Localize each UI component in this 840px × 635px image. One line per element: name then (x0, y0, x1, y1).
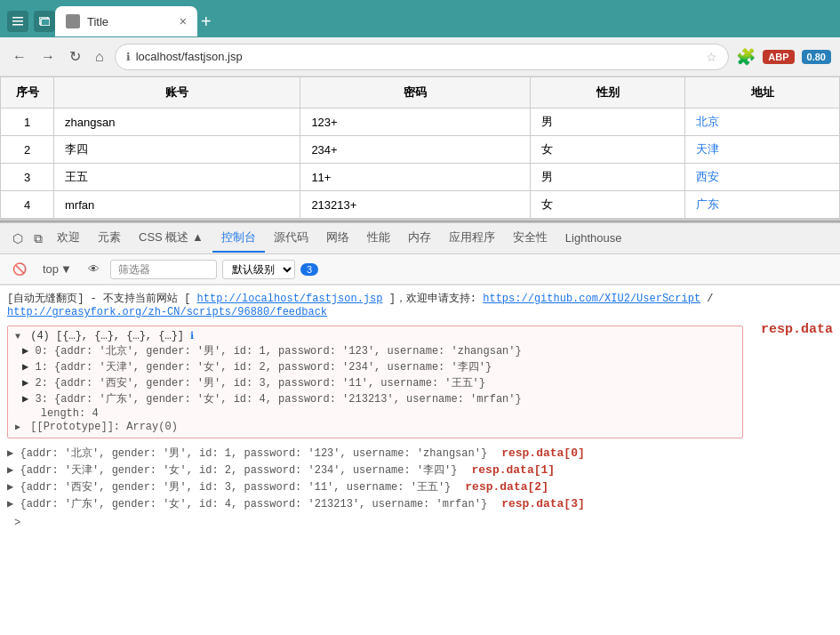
expand-arrow-2[interactable]: ▶ (22, 377, 28, 390)
devtools-responsive-btn[interactable]: ⧉ (28, 228, 48, 250)
cell-gender: 女 (531, 191, 685, 219)
table-header-row: 序号 账号 密码 性别 地址 (1, 77, 840, 109)
output-line-0: ▶ {addr: '北京', gender: '男', id: 1, passw… (7, 446, 833, 461)
col-header-username: 账号 (54, 77, 300, 109)
tab-favicon (66, 14, 80, 28)
array-items-container: ▶ 0: {addr: '北京', gender: '男', id: 1, pa… (15, 343, 735, 406)
tab-bar: Title × + (0, 0, 840, 37)
eye-btn[interactable]: 👁 (83, 261, 105, 277)
info-prefix: [自动无缝翻页] - 不支持当前网站 [ (7, 293, 197, 305)
cell-password: 11+ (300, 164, 531, 191)
message-count-badge: 3 (300, 263, 318, 276)
cell-id: 2 (1, 136, 54, 164)
cell-username: mrfan (54, 191, 300, 219)
output-code-0: ▶ {addr: '北京', gender: '男', id: 1, passw… (7, 446, 487, 461)
collapse-triangle[interactable]: ▼ (15, 332, 20, 342)
cell-gender: 女 (531, 136, 685, 164)
output-line-2: ▶ {addr: '西安', gender: '男', id: 3, passw… (7, 479, 833, 494)
expand-arrow-0[interactable]: ▶ (22, 345, 28, 358)
data-table-container: 序号 账号 密码 性别 地址 1 zhangsan 123+ 男 北京 2 李四… (0, 76, 840, 221)
ext-button[interactable]: 0.80 (802, 50, 831, 64)
resp-data-label: resp.data (761, 322, 833, 337)
devtool-tab-Lighthouse[interactable]: Lighthouse (556, 226, 631, 252)
browser-tab[interactable]: Title × (55, 6, 197, 36)
table-row: 3 王五 11+ 男 西安 (1, 164, 840, 191)
new-tab-btn[interactable]: + (201, 12, 212, 30)
output-lines-container: ▶ {addr: '北京', gender: '男', id: 1, passw… (7, 446, 833, 511)
tab-title: Title (87, 15, 172, 28)
cell-password: 123+ (300, 109, 531, 136)
cell-id: 1 (1, 109, 54, 136)
address-bar: ← → ↻ ⌂ ℹ localhost/fastjson.jsp ☆ 🧩 ABP… (0, 37, 840, 76)
svg-rect-4 (41, 19, 50, 26)
top-label: top (43, 262, 59, 276)
output-line-1: ▶ {addr: '天津', gender: '女', id: 2, passw… (7, 462, 833, 478)
col-header-gender: 性别 (531, 77, 685, 109)
expand-icon-1[interactable]: ▶ (7, 464, 13, 477)
devtool-tab-源代码[interactable]: 源代码 (265, 224, 317, 253)
table-row: 1 zhangsan 123+ 男 北京 (1, 109, 840, 136)
info-link-local[interactable]: http://localhost/fastjson.jsp (197, 293, 383, 305)
devtool-tab-内存[interactable]: 内存 (399, 224, 440, 253)
cell-username: 李四 (54, 136, 300, 164)
devtool-tab-控制台[interactable]: 控制台 (212, 224, 265, 253)
devtool-tab-欢迎[interactable]: 欢迎 (48, 224, 89, 253)
back-button[interactable]: ← (9, 47, 30, 67)
output-code-2: ▶ {addr: '西安', gender: '男', id: 3, passw… (7, 479, 451, 494)
expand-arrow-1[interactable]: ▶ (22, 361, 28, 374)
console-toolbar: 🚫 top ▼ 👁 默认级别 3 (0, 254, 840, 285)
tab-close-btn[interactable]: × (180, 14, 187, 28)
url-bar[interactable]: ℹ localhost/fastjson.jsp ☆ (115, 44, 730, 70)
col-header-password: 密码 (300, 77, 531, 109)
array-header-line: ▼ (4) [{…}, {…}, {…}, {…}] ℹ (15, 330, 735, 342)
devtool-tab-元素[interactable]: 元素 (89, 224, 130, 253)
devtool-tab-性能[interactable]: 性能 (358, 224, 399, 253)
toolbar-icons: 🧩 ABP 0.80 (736, 47, 831, 67)
expand-icon-2[interactable]: ▶ (7, 481, 13, 494)
expand-icon-3[interactable]: ▶ (7, 498, 13, 510)
log-level-select[interactable]: 默认级别 (222, 260, 295, 279)
tab-bar-left (7, 11, 55, 32)
svg-rect-2 (12, 24, 23, 26)
cell-gender: 男 (531, 109, 685, 136)
top-context-btn[interactable]: top ▼ (37, 261, 77, 277)
prompt-arrow: > (14, 517, 20, 529)
cell-username: zhangsan (54, 109, 300, 136)
array-item-3: ▶ 3: {addr: '广东', gender: '女', id: 4, pa… (15, 391, 735, 406)
filter-input[interactable] (110, 260, 217, 279)
forward-button[interactable]: → (37, 47, 59, 67)
devtool-tab-应用程序[interactable]: 应用程序 (440, 224, 504, 253)
clear-console-btn[interactable]: 🚫 (7, 261, 32, 277)
extensions-icon[interactable]: 🧩 (736, 47, 756, 67)
context-dropdown-icon: ▼ (60, 262, 72, 276)
devtools-panel: ⬡ ⧉ 欢迎元素CSS 概述 ▲控制台源代码网络性能内存应用程序安全性Light… (0, 221, 840, 551)
cell-username: 王五 (54, 164, 300, 191)
home-button[interactable]: ⌂ (92, 47, 108, 67)
devtool-tab-安全性[interactable]: 安全性 (504, 224, 556, 253)
window-ctrl-btn[interactable] (7, 11, 28, 32)
cell-address: 天津 (685, 136, 840, 164)
console-output: [自动无缝翻页] - 不支持当前网站 [ http://localhost/fa… (0, 285, 840, 551)
new-window-btn[interactable] (34, 11, 55, 32)
info-link-greasyfork[interactable]: http://greasyfork.org/zh-CN/scripts/9688… (7, 306, 327, 318)
output-line-3: ▶ {addr: '广东', gender: '女', id: 4, passw… (7, 496, 833, 511)
reload-button[interactable]: ↻ (66, 46, 84, 67)
array-item-2: ▶ 2: {addr: '西安', gender: '男', id: 3, pa… (15, 375, 735, 390)
table-row: 4 mrfan 213213+ 女 广东 (1, 191, 840, 219)
expand-icon-0[interactable]: ▶ (7, 447, 13, 460)
col-header-id: 序号 (1, 77, 54, 109)
info-suffix: / (707, 293, 713, 305)
devtools-inspect-btn[interactable]: ⬡ (7, 228, 28, 249)
devtool-tab-网络[interactable]: 网络 (317, 224, 358, 253)
output-label-3: resp.data[3] (501, 497, 585, 510)
info-link-github[interactable]: https://github.com/XIU2/UserScript (483, 293, 700, 305)
expand-arrow-3[interactable]: ▶ (22, 393, 28, 406)
output-code-1: ▶ {addr: '天津', gender: '女', id: 2, passw… (7, 462, 458, 478)
cell-address: 广东 (685, 191, 840, 219)
svg-rect-1 (12, 20, 23, 22)
abp-button[interactable]: ABP (763, 50, 794, 64)
output-label-1: resp.data[1] (472, 463, 556, 477)
output-label-0: resp.data[0] (501, 446, 585, 460)
devtool-tab-CSS 概述 ▲[interactable]: CSS 概述 ▲ (130, 224, 212, 253)
bookmark-icon: ☆ (706, 50, 717, 64)
